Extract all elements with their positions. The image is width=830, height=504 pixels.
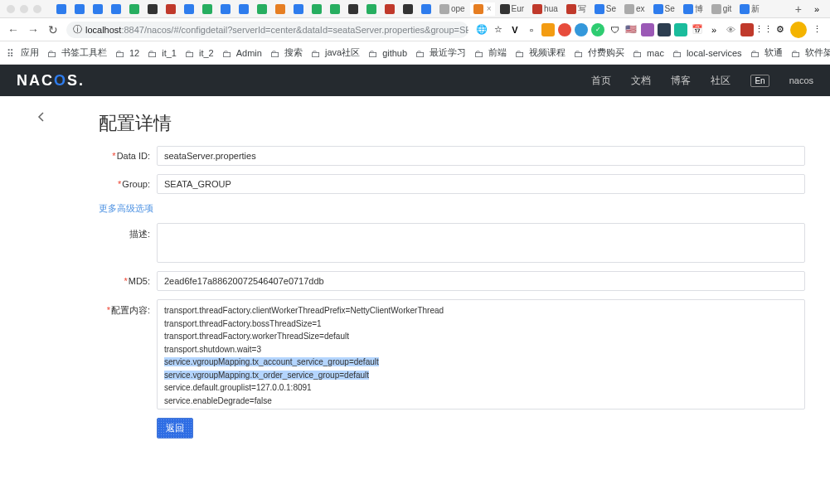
browser-tab[interactable]	[272, 2, 289, 16]
nacos-logo[interactable]: NACOS.	[17, 72, 85, 90]
browser-tab[interactable]	[381, 2, 398, 16]
ext-more-icon[interactable]: »	[707, 23, 721, 36]
ext-dark-icon[interactable]	[658, 23, 671, 36]
tab-overflow-button[interactable]: »	[810, 2, 823, 16]
nav-home[interactable]: 首页	[591, 74, 611, 88]
star-icon[interactable]: ☆	[492, 23, 505, 36]
browser-tab[interactable]: 博	[680, 2, 706, 17]
back-button[interactable]: 返回	[157, 418, 193, 439]
browser-tab[interactable]	[108, 2, 124, 16]
back-nav-button[interactable]: ←	[7, 23, 20, 36]
bookmark-item[interactable]: 🗀it_1	[148, 46, 177, 59]
lang-switch[interactable]: En	[750, 75, 769, 87]
ext-red-icon[interactable]	[558, 23, 571, 36]
browser-tab[interactable]	[400, 2, 416, 16]
reload-nav-button[interactable]: ↻	[46, 23, 60, 36]
label-data-id: *Data ID:	[99, 146, 157, 161]
browser-tab[interactable]	[363, 2, 380, 16]
forward-nav-button[interactable]: →	[27, 23, 40, 36]
browser-tab[interactable]	[53, 2, 70, 16]
close-window-button[interactable]	[7, 5, 15, 13]
profile-avatar[interactable]	[790, 22, 807, 38]
browser-tab[interactable]: 新	[736, 2, 763, 17]
new-tab-button[interactable]: +	[792, 2, 805, 16]
input-md5[interactable]	[157, 271, 805, 291]
bookmark-item[interactable]: 🗀java社区	[311, 46, 360, 59]
bookmark-item[interactable]: 🗀前端	[474, 46, 507, 59]
bookmark-item[interactable]: 🗀it_2	[185, 46, 214, 59]
more-options-link[interactable]: 更多高级选项	[99, 202, 805, 215]
bookmark-item[interactable]: 🗀付费购买	[574, 46, 624, 59]
browser-tab[interactable]: hua	[529, 2, 561, 16]
ext-flag-icon[interactable]: 🇺🇸	[624, 23, 638, 36]
ext-orange-icon[interactable]	[541, 23, 555, 36]
bookmark-item[interactable]: 🗀mac	[633, 46, 664, 59]
ext-blue-icon[interactable]	[575, 23, 588, 36]
bookmark-item[interactable]: 🗀视频课程	[515, 46, 565, 59]
browser-tab[interactable]	[327, 2, 343, 16]
browser-tab[interactable]: ex	[621, 2, 648, 16]
minimize-window-button[interactable]	[20, 5, 28, 13]
browser-tab[interactable]: 写	[563, 2, 590, 17]
input-group[interactable]	[157, 174, 805, 194]
browser-tab[interactable]	[418, 2, 434, 16]
collapse-sidebar-button[interactable]	[0, 96, 87, 124]
config-content[interactable]: transport.threadFactory.clientWorkerThre…	[157, 299, 805, 410]
browser-tab[interactable]	[235, 2, 252, 16]
tab-label: git	[723, 4, 732, 13]
browser-tab[interactable]	[217, 2, 234, 16]
ext-check-icon[interactable]: ✓	[591, 23, 604, 36]
browser-tab[interactable]: ×	[470, 2, 495, 16]
browser-menu-button[interactable]: ⋮	[810, 23, 823, 36]
bookmark-item[interactable]: 🗀软件架构探索	[791, 46, 830, 59]
ext-apps-icon[interactable]: ⋮⋮	[757, 23, 770, 36]
url-input[interactable]: ⓘ localhost:8847/nacos/#/configdetail?se…	[66, 22, 468, 38]
ext-hide-icon[interactable]: 👁	[724, 23, 737, 36]
browser-tab[interactable]	[254, 2, 270, 16]
ext-settings-icon[interactable]: ⚙	[774, 23, 787, 36]
ext-purple-icon[interactable]	[641, 23, 654, 36]
browser-tab[interactable]	[199, 2, 216, 16]
browser-tab[interactable]: Se	[650, 2, 678, 16]
browser-tab[interactable]: ope	[436, 2, 468, 16]
bookmark-item[interactable]: 🗀软通	[750, 46, 783, 59]
browser-tab[interactable]: Eur	[497, 2, 528, 16]
browser-tab[interactable]	[71, 2, 88, 16]
ext-teal-icon[interactable]	[674, 23, 687, 36]
nav-community[interactable]: 社区	[711, 74, 730, 88]
ext-shield-icon[interactable]: 🛡	[608, 23, 621, 36]
ext-cal-icon[interactable]: 📅	[691, 23, 704, 36]
bookmark-item[interactable]: 🗀12	[115, 46, 139, 59]
browser-tab[interactable]	[90, 2, 106, 16]
ext-v-icon[interactable]: V	[508, 23, 522, 36]
browser-tab[interactable]: Se	[591, 2, 619, 16]
browser-tab[interactable]	[308, 2, 325, 16]
nav-blog[interactable]: 博客	[671, 74, 691, 88]
bookmark-item[interactable]: 🗀书签工具栏	[47, 46, 107, 59]
translate-icon[interactable]: 🌐	[475, 23, 488, 36]
browser-tab[interactable]: git	[708, 2, 735, 16]
tab-close-button[interactable]: ×	[487, 4, 492, 13]
input-data-id[interactable]	[157, 146, 805, 166]
ext-pdf-icon[interactable]	[740, 23, 754, 36]
apps-bookmark[interactable]: ⠿应用	[7, 46, 39, 59]
bookmark-item[interactable]: 🗀最近学习	[415, 46, 466, 59]
browser-tab[interactable]	[290, 2, 307, 16]
bookmark-item[interactable]: 🗀local-services	[672, 46, 742, 59]
bookmark-item[interactable]: 🗀github	[368, 46, 407, 59]
browser-tab[interactable]	[144, 2, 161, 16]
browser-tab[interactable]	[163, 2, 179, 16]
bookmark-item[interactable]: 🗀Admin	[222, 46, 262, 59]
input-desc[interactable]	[157, 223, 805, 263]
browser-tab[interactable]	[345, 2, 362, 16]
user-name[interactable]: nacos	[789, 75, 813, 85]
folder-icon: 🗀	[222, 48, 234, 58]
maximize-window-button[interactable]	[33, 5, 41, 13]
highlighted-config-line-1: service.vgroupMapping.tx_account_service…	[164, 357, 379, 366]
nav-docs[interactable]: 文档	[631, 74, 651, 88]
address-bar: ← → ↻ ⓘ localhost:8847/nacos/#/configdet…	[0, 18, 830, 41]
bookmark-item[interactable]: 🗀搜索	[270, 46, 303, 59]
browser-tab[interactable]	[181, 2, 197, 16]
browser-tab[interactable]	[126, 2, 143, 16]
ext-box-icon[interactable]: ▫	[525, 23, 538, 36]
